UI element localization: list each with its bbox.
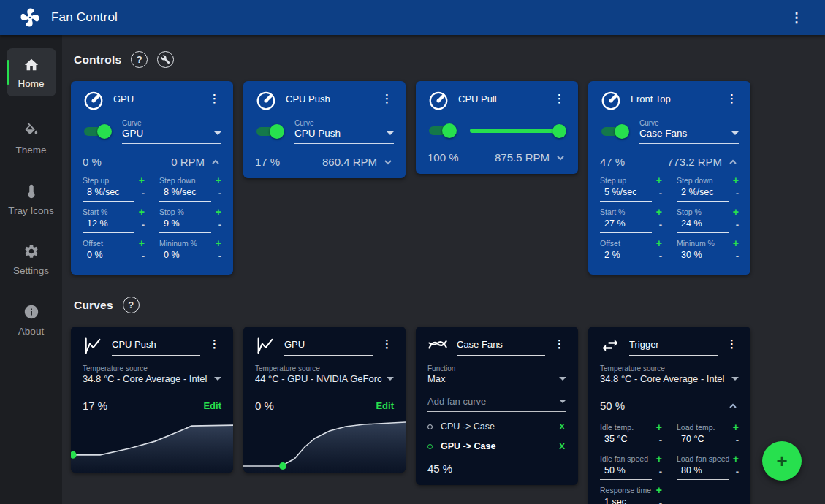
sidebar-item-tray-icons[interactable]: Tray Icons — [3, 183, 60, 218]
increment-icon[interactable]: + — [139, 238, 145, 248]
enable-toggle[interactable] — [255, 124, 284, 139]
decrement-icon[interactable]: - — [652, 220, 662, 233]
field-value[interactable]: 5 %/sec — [600, 187, 652, 202]
increment-icon[interactable]: + — [656, 485, 662, 495]
field-value[interactable]: 50 % — [600, 465, 652, 480]
increment-icon[interactable]: + — [733, 207, 739, 217]
field-value[interactable]: 2 % — [600, 250, 652, 264]
increment-icon[interactable]: + — [656, 422, 662, 432]
field-value[interactable]: 0 % — [159, 250, 211, 264]
field-value[interactable]: 1 sec — [600, 497, 652, 504]
function-select[interactable]: Function Max — [427, 364, 566, 389]
curve-name-field[interactable]: GPU — [284, 335, 373, 356]
field-value[interactable]: 12 % — [83, 218, 134, 233]
increment-icon[interactable]: + — [216, 175, 221, 186]
increment-icon[interactable]: + — [733, 422, 739, 432]
enable-toggle[interactable] — [83, 124, 112, 139]
increment-icon[interactable]: + — [656, 207, 662, 217]
card-menu-icon[interactable]: ⋮ — [552, 90, 566, 107]
field-value[interactable]: 2 %/sec — [677, 187, 729, 202]
temperature-source-select[interactable]: Temperature source 34.8 °C - Core Averag… — [600, 364, 739, 389]
curve-select[interactable]: Curve GPU — [122, 119, 221, 144]
increment-icon[interactable]: + — [656, 175, 662, 186]
enable-toggle[interactable] — [427, 123, 457, 138]
sidebar-item-about[interactable]: About — [3, 304, 60, 338]
decrement-icon[interactable]: - — [652, 498, 662, 504]
add-fan-curve-select[interactable]: Add fan curve — [427, 396, 566, 412]
temperature-source-select[interactable]: Temperature source 44 °C - GPU - NVIDIA … — [255, 364, 394, 389]
field-value[interactable]: 80 % — [677, 465, 729, 480]
curve-name-field[interactable]: Trigger — [629, 335, 718, 356]
curve-name-field[interactable]: CPU Push — [112, 335, 200, 356]
decrement-icon[interactable]: - — [211, 188, 221, 202]
control-name-field[interactable]: CPU Push — [286, 90, 373, 110]
remove-curve-button[interactable]: X — [558, 422, 566, 431]
enable-toggle[interactable] — [600, 124, 629, 139]
decrement-icon[interactable]: - — [211, 220, 221, 233]
sidebar-item-theme[interactable]: Theme — [3, 123, 60, 157]
decrement-icon[interactable]: - — [652, 435, 662, 448]
controls-wrench-icon[interactable] — [157, 51, 174, 68]
control-name-field[interactable]: Front Top — [631, 90, 718, 110]
increment-icon[interactable]: + — [656, 238, 662, 248]
temperature-source-select[interactable]: Temperature source 34.8 °C - Core Averag… — [83, 364, 221, 389]
increment-icon[interactable]: + — [733, 175, 739, 186]
increment-icon[interactable]: + — [139, 207, 145, 217]
control-name-field[interactable]: CPU Pull — [458, 90, 545, 110]
card-menu-icon[interactable]: ⋮ — [552, 335, 566, 352]
increment-icon[interactable]: + — [139, 175, 145, 186]
field-value[interactable]: 70 °C — [677, 434, 729, 448]
decrement-icon[interactable]: - — [134, 251, 145, 264]
decrement-icon[interactable]: - — [652, 251, 662, 264]
sidebar-item-settings[interactable]: Settings — [3, 243, 60, 278]
field-value[interactable]: 35 °C — [600, 434, 652, 448]
field-value[interactable]: 8 %/sec — [83, 187, 134, 202]
card-menu-icon[interactable]: ⋮ — [208, 90, 221, 107]
decrement-icon[interactable]: - — [729, 467, 739, 480]
curves-help-icon[interactable]: ? — [123, 297, 140, 313]
edit-curve-button[interactable]: Edit — [203, 400, 221, 411]
card-menu-icon[interactable]: ⋮ — [725, 335, 739, 352]
collapse-chevron-icon[interactable] — [727, 400, 739, 412]
control-name-field[interactable]: GPU — [113, 90, 200, 110]
field-value[interactable]: 9 % — [159, 218, 211, 233]
card-menu-icon[interactable]: ⋮ — [208, 335, 221, 352]
decrement-icon[interactable]: - — [729, 220, 739, 233]
field-value[interactable]: 8 %/sec — [159, 187, 211, 202]
collapse-chevron-icon[interactable] — [727, 156, 739, 168]
field-value[interactable]: 0 % — [83, 250, 134, 264]
increment-icon[interactable]: + — [656, 454, 662, 464]
appbar-menu-icon[interactable]: ⋮ — [786, 8, 807, 27]
decrement-icon[interactable]: - — [211, 251, 221, 264]
collapse-chevron-icon[interactable] — [210, 156, 221, 168]
decrement-icon[interactable]: - — [729, 251, 739, 264]
increment-icon[interactable]: + — [216, 238, 221, 248]
decrement-icon[interactable]: - — [652, 467, 662, 480]
decrement-icon[interactable]: - — [729, 435, 739, 448]
controls-help-icon[interactable]: ? — [131, 51, 148, 68]
expand-chevron-icon[interactable] — [382, 156, 394, 168]
increment-icon[interactable]: + — [733, 238, 739, 248]
increment-icon[interactable]: + — [216, 207, 221, 217]
curve-select[interactable]: Curve CPU Push — [294, 119, 394, 144]
sidebar-item-home[interactable]: Home — [7, 48, 56, 96]
field-value[interactable]: 27 % — [600, 218, 652, 233]
decrement-icon[interactable]: - — [134, 188, 145, 202]
increment-icon[interactable]: + — [733, 454, 739, 464]
curve-select[interactable]: Curve Case Fans — [639, 119, 739, 144]
field-value[interactable]: 30 % — [677, 250, 729, 264]
curve-name-field[interactable]: Case Fans — [457, 335, 545, 356]
remove-curve-button[interactable]: X — [558, 442, 566, 451]
decrement-icon[interactable]: - — [729, 188, 739, 202]
decrement-icon[interactable]: - — [134, 220, 145, 233]
manual-speed-slider[interactable] — [470, 123, 566, 138]
card-menu-icon[interactable]: ⋮ — [380, 90, 394, 107]
card-menu-icon[interactable]: ⋮ — [725, 90, 739, 107]
edit-curve-button[interactable]: Edit — [376, 400, 394, 411]
add-button[interactable]: + — [762, 441, 802, 481]
current-point-dot[interactable] — [279, 462, 286, 470]
decrement-icon[interactable]: - — [652, 188, 662, 202]
card-menu-icon[interactable]: ⋮ — [380, 335, 394, 352]
expand-chevron-icon[interactable] — [555, 152, 566, 164]
field-value[interactable]: 24 % — [677, 218, 729, 233]
